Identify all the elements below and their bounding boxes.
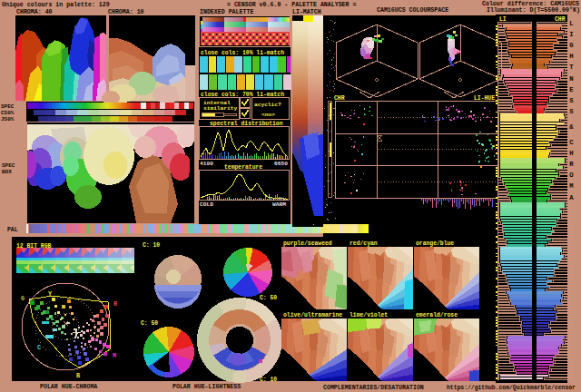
svg-text:4100: 4100 <box>200 161 213 167</box>
svg-text:close cols: 70% li-match: close cols: 70% li-match <box>201 92 284 98</box>
svg-text:G: G <box>21 295 25 302</box>
svg-text:E: E <box>569 86 574 93</box>
svg-text:BOX: BOX <box>2 169 12 175</box>
svg-text:COMPLEMENTARIES/DESATURATION: COMPLEMENTARIES/DESATURATION <box>323 385 424 391</box>
svg-text:CHR: CHR <box>334 95 345 102</box>
svg-text:PAL: PAL <box>7 227 18 233</box>
svg-text:<no>: <no> <box>261 112 275 118</box>
svg-text:S: S <box>569 108 574 115</box>
svg-text:M: M <box>569 182 573 190</box>
svg-text:SPEC: SPEC <box>1 103 15 110</box>
svg-text:C: 50: C: 50 <box>141 320 158 327</box>
svg-text:JS0%: JS0% <box>1 116 15 122</box>
svg-text:CAM16UCS COLOURSPACE: CAM16UCS COLOURSPACE <box>377 7 448 14</box>
svg-text:temperature: temperature <box>224 164 262 171</box>
svg-text:I: I <box>569 31 573 38</box>
svg-text:acyclic?: acyclic? <box>254 102 281 108</box>
svg-text:LI: LI <box>499 16 507 23</box>
svg-text:COLD: COLD <box>200 201 213 208</box>
svg-text:C: C <box>37 344 41 351</box>
svg-text:Illuminant: D(T=5500.00°K): Illuminant: D(T=5500.00°K) <box>487 6 580 14</box>
svg-text:WARM: WARM <box>272 201 286 208</box>
svg-text:= CENSOR v0.6.0 - PALETTE ANAL: = CENSOR v0.6.0 - PALETTE ANALYSER = <box>227 2 356 8</box>
svg-text:POLAR HUE-LIGHTNESS: POLAR HUE-LIGHTNESS <box>172 384 241 390</box>
svg-text:purple/seaweed: purple/seaweed <box>283 240 332 247</box>
svg-text:CS0%: CS0% <box>1 110 15 116</box>
svg-text:O: O <box>569 172 574 179</box>
svg-text:C: C <box>569 139 574 146</box>
svg-text:M: M <box>113 352 116 359</box>
svg-text:SPEC: SPEC <box>2 162 15 169</box>
svg-text:&: & <box>569 123 574 131</box>
svg-text:POLAR HUE-CHROMA: POLAR HUE-CHROMA <box>40 384 97 390</box>
svg-text:emerald/rose: emerald/rose <box>416 312 458 318</box>
svg-text:A: A <box>569 194 574 201</box>
svg-text:INDEXED PALETTE: INDEXED PALETTE <box>200 9 253 15</box>
svg-text:LI-HUE: LI-HUE <box>474 95 495 102</box>
svg-text:H: H <box>569 53 573 60</box>
svg-text:close cols: 10% li-match: close cols: 10% li-match <box>201 50 284 56</box>
svg-text:lime/violet: lime/violet <box>350 312 388 318</box>
svg-text:red/cyan: red/cyan <box>350 240 378 247</box>
svg-text:B: B <box>76 372 80 379</box>
svg-text:https://github.com/Quickmarble: https://github.com/Quickmarble/censor <box>447 385 576 391</box>
svg-text:Colour difference: CAM16UCS: Colour difference: CAM16UCS <box>482 1 579 7</box>
svg-text:C: 10: C: 10 <box>260 377 277 383</box>
svg-text:olive/ultramarine: olive/ultramarine <box>283 312 342 318</box>
svg-text:CHR: CHR <box>555 16 566 23</box>
svg-text:N: N <box>569 75 573 83</box>
svg-text:CHROMA: 10: CHROMA: 10 <box>108 9 144 15</box>
svg-text:G: G <box>569 42 573 49</box>
svg-text:orange/blue: orange/blue <box>416 240 454 247</box>
svg-text:CHROMA: 40: CHROMA: 40 <box>16 9 53 15</box>
svg-text:S: S <box>569 97 574 104</box>
svg-text:T: T <box>569 64 574 71</box>
svg-text:H: H <box>569 150 573 157</box>
svg-text:R: R <box>569 161 574 168</box>
svg-text:C: 10: C: 10 <box>143 242 160 249</box>
svg-text:spectral distribution: spectral distribution <box>210 121 283 127</box>
svg-text:similarity: similarity <box>203 105 237 112</box>
svg-text:Unique colours in palette: 129: Unique colours in palette: 129 <box>2 2 110 8</box>
svg-text:LI-MATCH: LI-MATCH <box>292 9 321 15</box>
svg-text:C: 50: C: 50 <box>260 295 277 301</box>
svg-text:6650: 6650 <box>274 161 288 167</box>
svg-text:L: L <box>569 20 573 27</box>
